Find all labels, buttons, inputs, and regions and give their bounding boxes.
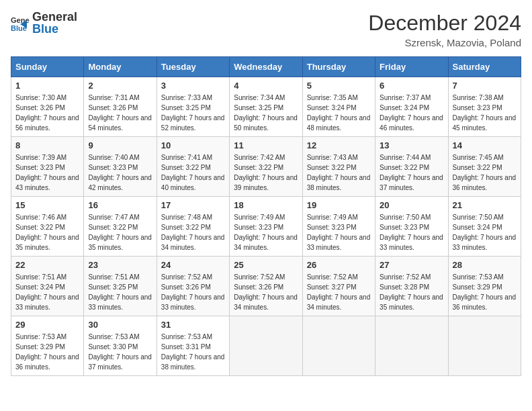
day-info: Sunrise: 7:53 AMSunset: 3:30 PMDaylight:…: [88, 332, 152, 372]
page-header: General Blue General Blue December 2024 …: [11, 11, 521, 48]
column-header-wednesday: Wednesday: [230, 57, 302, 77]
column-header-tuesday: Tuesday: [157, 57, 229, 77]
calendar-day-3: 3Sunrise: 7:33 AMSunset: 3:25 PMDaylight…: [157, 77, 229, 137]
column-header-friday: Friday: [375, 57, 448, 77]
day-info: Sunrise: 7:52 AMSunset: 3:26 PMDaylight:…: [161, 272, 225, 312]
calendar-table: SundayMondayTuesdayWednesdayThursdayFrid…: [11, 56, 521, 376]
day-number: 18: [234, 200, 298, 210]
day-info: Sunrise: 7:52 AMSunset: 3:28 PMDaylight:…: [380, 272, 443, 312]
calendar-week-5: 29Sunrise: 7:53 AMSunset: 3:29 PMDayligh…: [11, 316, 521, 376]
day-info: Sunrise: 7:37 AMSunset: 3:24 PMDaylight:…: [380, 93, 443, 133]
calendar-day-28: 28Sunrise: 7:53 AMSunset: 3:29 PMDayligh…: [448, 257, 521, 316]
column-header-monday: Monday: [84, 57, 157, 77]
day-number: 29: [15, 320, 79, 330]
day-number: 15: [15, 200, 79, 210]
day-number: 6: [380, 81, 443, 91]
day-info: Sunrise: 7:46 AMSunset: 3:22 PMDaylight:…: [15, 212, 79, 253]
day-number: 9: [88, 140, 152, 150]
calendar-day-11: 11Sunrise: 7:42 AMSunset: 3:22 PMDayligh…: [230, 137, 302, 197]
calendar-week-1: 1Sunrise: 7:30 AMSunset: 3:26 PMDaylight…: [11, 77, 521, 137]
day-number: 8: [15, 140, 79, 150]
day-info: Sunrise: 7:53 AMSunset: 3:29 PMDaylight:…: [453, 272, 517, 312]
day-info: Sunrise: 7:51 AMSunset: 3:24 PMDaylight:…: [15, 272, 79, 312]
day-number: 1: [15, 81, 79, 91]
day-number: 21: [453, 200, 517, 210]
month-title: December 2024: [368, 11, 521, 36]
calendar-day-16: 16Sunrise: 7:47 AMSunset: 3:22 PMDayligh…: [84, 197, 157, 257]
column-header-saturday: Saturday: [448, 57, 521, 77]
logo-blue: Blue: [32, 23, 77, 35]
calendar-day-5: 5Sunrise: 7:35 AMSunset: 3:24 PMDaylight…: [302, 77, 375, 137]
day-info: Sunrise: 7:34 AMSunset: 3:25 PMDaylight:…: [234, 93, 298, 133]
day-info: Sunrise: 7:39 AMSunset: 3:23 PMDaylight:…: [15, 152, 79, 193]
calendar-day-27: 27Sunrise: 7:52 AMSunset: 3:28 PMDayligh…: [375, 257, 448, 316]
day-info: Sunrise: 7:31 AMSunset: 3:26 PMDaylight:…: [88, 93, 152, 133]
day-info: Sunrise: 7:42 AMSunset: 3:22 PMDaylight:…: [234, 152, 298, 193]
day-number: 14: [453, 140, 517, 150]
day-number: 2: [88, 81, 152, 91]
day-info: Sunrise: 7:47 AMSunset: 3:22 PMDaylight:…: [88, 212, 152, 253]
calendar-day-6: 6Sunrise: 7:37 AMSunset: 3:24 PMDaylight…: [375, 77, 448, 137]
day-number: 17: [161, 200, 225, 210]
day-info: Sunrise: 7:40 AMSunset: 3:23 PMDaylight:…: [88, 152, 152, 193]
calendar-day-empty: [448, 316, 521, 376]
calendar-day-22: 22Sunrise: 7:51 AMSunset: 3:24 PMDayligh…: [11, 257, 84, 316]
calendar-body: 1Sunrise: 7:30 AMSunset: 3:26 PMDaylight…: [11, 77, 521, 376]
day-number: 16: [88, 200, 152, 210]
day-number: 24: [161, 260, 225, 270]
day-number: 3: [161, 81, 225, 91]
logo: General Blue General Blue: [11, 11, 77, 35]
day-info: Sunrise: 7:51 AMSunset: 3:25 PMDaylight:…: [88, 272, 152, 312]
day-info: Sunrise: 7:33 AMSunset: 3:25 PMDaylight:…: [161, 93, 225, 133]
day-info: Sunrise: 7:43 AMSunset: 3:22 PMDaylight:…: [307, 152, 371, 193]
day-info: Sunrise: 7:53 AMSunset: 3:31 PMDaylight:…: [161, 332, 225, 372]
day-info: Sunrise: 7:50 AMSunset: 3:24 PMDaylight:…: [453, 212, 517, 253]
calendar-header-row: SundayMondayTuesdayWednesdayThursdayFrid…: [11, 57, 521, 77]
day-number: 19: [307, 200, 371, 210]
calendar-day-23: 23Sunrise: 7:51 AMSunset: 3:25 PMDayligh…: [84, 257, 157, 316]
calendar-day-9: 9Sunrise: 7:40 AMSunset: 3:23 PMDaylight…: [84, 137, 157, 197]
calendar-day-17: 17Sunrise: 7:48 AMSunset: 3:22 PMDayligh…: [157, 197, 229, 257]
calendar-day-26: 26Sunrise: 7:52 AMSunset: 3:27 PMDayligh…: [302, 257, 375, 316]
calendar-day-14: 14Sunrise: 7:45 AMSunset: 3:22 PMDayligh…: [448, 137, 521, 197]
calendar-day-24: 24Sunrise: 7:52 AMSunset: 3:26 PMDayligh…: [157, 257, 229, 316]
day-number: 28: [453, 260, 517, 270]
day-info: Sunrise: 7:48 AMSunset: 3:22 PMDaylight:…: [161, 212, 225, 253]
day-number: 10: [161, 140, 225, 150]
calendar-day-15: 15Sunrise: 7:46 AMSunset: 3:22 PMDayligh…: [11, 197, 84, 257]
day-number: 20: [380, 200, 443, 210]
column-header-sunday: Sunday: [11, 57, 84, 77]
calendar-day-empty: [302, 316, 375, 376]
title-section: December 2024 Szrensk, Mazovia, Poland: [368, 11, 521, 48]
svg-text:Blue: Blue: [11, 24, 27, 32]
calendar-day-2: 2Sunrise: 7:31 AMSunset: 3:26 PMDaylight…: [84, 77, 157, 137]
calendar-day-10: 10Sunrise: 7:41 AMSunset: 3:22 PMDayligh…: [157, 137, 229, 197]
logo-general: General: [32, 11, 77, 23]
day-number: 13: [380, 140, 443, 150]
day-number: 27: [380, 260, 443, 270]
day-number: 22: [15, 260, 79, 270]
day-number: 25: [234, 260, 298, 270]
day-number: 31: [161, 320, 225, 330]
day-number: 5: [307, 81, 371, 91]
day-number: 4: [234, 81, 298, 91]
day-number: 7: [453, 81, 517, 91]
calendar-day-25: 25Sunrise: 7:52 AMSunset: 3:26 PMDayligh…: [230, 257, 302, 316]
calendar-day-30: 30Sunrise: 7:53 AMSunset: 3:30 PMDayligh…: [84, 316, 157, 376]
column-header-thursday: Thursday: [302, 57, 375, 77]
day-number: 12: [307, 140, 371, 150]
calendar-day-21: 21Sunrise: 7:50 AMSunset: 3:24 PMDayligh…: [448, 197, 521, 257]
day-info: Sunrise: 7:45 AMSunset: 3:22 PMDaylight:…: [453, 152, 517, 193]
day-info: Sunrise: 7:44 AMSunset: 3:22 PMDaylight:…: [380, 152, 443, 193]
day-number: 23: [88, 260, 152, 270]
logo-icon: General Blue: [11, 13, 30, 32]
calendar-day-12: 12Sunrise: 7:43 AMSunset: 3:22 PMDayligh…: [302, 137, 375, 197]
calendar-day-18: 18Sunrise: 7:49 AMSunset: 3:23 PMDayligh…: [230, 197, 302, 257]
calendar-day-19: 19Sunrise: 7:49 AMSunset: 3:23 PMDayligh…: [302, 197, 375, 257]
calendar-day-empty: [230, 316, 302, 376]
day-info: Sunrise: 7:52 AMSunset: 3:26 PMDaylight:…: [234, 272, 298, 312]
day-info: Sunrise: 7:50 AMSunset: 3:23 PMDaylight:…: [380, 212, 443, 253]
day-number: 26: [307, 260, 371, 270]
calendar-day-7: 7Sunrise: 7:38 AMSunset: 3:23 PMDaylight…: [448, 77, 521, 137]
location: Szrensk, Mazovia, Poland: [368, 37, 521, 48]
